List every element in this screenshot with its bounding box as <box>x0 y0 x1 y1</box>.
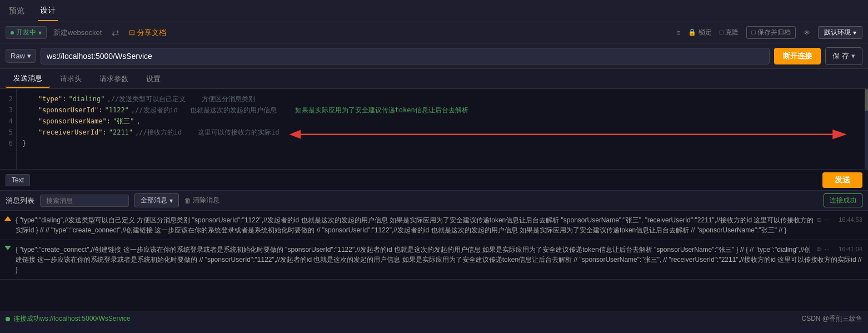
scrollbar-thumb[interactable] <box>865 89 868 111</box>
sub-tabs: 发送消息 请求头 请求参数 设置 <box>0 69 868 89</box>
tab-settings[interactable]: 设置 <box>138 71 168 87</box>
clone-btn[interactable]: □ 克隆 <box>720 28 739 37</box>
chevron-down-icon: ▾ <box>853 29 856 37</box>
lock-btn[interactable]: 🔒 锁定 <box>688 28 711 37</box>
env-dot <box>11 31 14 34</box>
eye-btn[interactable]: 👁 <box>804 29 810 37</box>
status-dot <box>6 317 10 321</box>
chevron-down-icon: ▾ <box>169 197 173 205</box>
code-line-4: "sponsorUserName":"张三", <box>22 116 862 127</box>
message-actions: ⧉ ··· <box>817 215 830 225</box>
message-actions: ⧉ ··· <box>817 245 830 254</box>
url-bar: Raw ▾ 断开连接 保 存 ▾ <box>0 43 868 69</box>
default-env-btn[interactable]: 默认环境 ▾ <box>818 26 862 39</box>
share-icon: ⊡ <box>129 28 135 37</box>
chevron-down-icon: ▾ <box>27 52 31 60</box>
messages-area: 16:44:53 ⧉ ··· { "type":"dialing",//发送类型… <box>0 211 868 311</box>
copy-icon[interactable]: ⧉ <box>817 215 821 225</box>
chevron-down-icon: ▾ <box>851 52 855 60</box>
copy-icon[interactable]: ⧉ <box>817 245 821 254</box>
method-select[interactable]: Raw ▾ <box>6 49 36 63</box>
scrollbar-track[interactable] <box>865 89 868 169</box>
tab-preview[interactable]: 预览 <box>7 2 27 21</box>
message-item: 16:44:53 ⧉ ··· { "type":"dialing",//发送类型… <box>0 211 868 240</box>
code-editor[interactable]: "type":"dialing",//发送类型可以自己定义 方便区分消息类别 "… <box>17 89 868 169</box>
message-timestamp: 16:41:04 <box>839 245 862 254</box>
top-nav: 预览 设计 <box>0 0 868 22</box>
message-item: 16:41:04 ⧉ ··· { "type":"create_connect"… <box>0 240 868 280</box>
message-text: { "type":"dialing",//发送类型可以自己定义 方便区分消息类别… <box>16 216 814 234</box>
message-text: { "type":"create_connect",//创建链接 这一步应该在你… <box>16 246 862 274</box>
tab-send-message[interactable]: 发送消息 <box>6 70 50 88</box>
request-name[interactable]: 新建websocket <box>50 27 105 39</box>
url-input[interactable] <box>41 48 770 64</box>
code-line-5: "receiverUserId":"2211",//接收方的id 这里可以传接收… <box>22 127 862 138</box>
toolbar-left: 开发中 ▾ 新建websocket ⇄ ⊡ 分享文档 <box>6 26 672 39</box>
text-badge[interactable]: Text <box>6 174 30 186</box>
clear-label: 清除消息 <box>193 196 220 205</box>
line-numbers: 2 3 4 5 6 <box>0 89 17 169</box>
more-icon[interactable]: ··· <box>825 245 830 254</box>
status-bar: 连接成功ws://localhost:5000/WsService CSDN @… <box>0 311 868 326</box>
message-list-label: 消息列表 <box>6 196 34 206</box>
message-direction-up-icon <box>4 216 11 221</box>
message-timestamp: 16:44:53 <box>839 215 862 225</box>
send-row: Text 发送 <box>0 170 868 191</box>
tab-design[interactable]: 设计 <box>38 1 58 21</box>
code-line-6: } <box>22 138 862 149</box>
code-line-3: "sponsorUserId":"1122",//发起者的id 也就是这次的发起… <box>22 105 862 116</box>
tab-request-params[interactable]: 请求参数 <box>92 71 136 87</box>
message-direction-down-icon <box>4 246 11 250</box>
save-button[interactable]: 保 存 ▾ <box>825 47 862 65</box>
connect-success-button[interactable]: 连接成功 <box>824 193 862 207</box>
clear-messages-button[interactable]: 🗑 清除消息 <box>184 196 220 205</box>
toolbar: 开发中 ▾ 新建websocket ⇄ ⊡ 分享文档 ≡ 🔒 锁定 □ 克隆 □… <box>0 22 868 43</box>
default-env-label: 默认环境 <box>824 28 851 37</box>
message-list-header: 消息列表 全部消息 ▾ 🗑 清除消息 连接成功 <box>0 191 868 211</box>
status-text: 连接成功ws://localhost:5000/WsService <box>13 314 131 324</box>
disconnect-button[interactable]: 断开连接 <box>774 48 821 64</box>
toolbar-right: ≡ 🔒 锁定 □ 克隆 □ 保存并归档 👁 默认环境 ▾ <box>676 26 862 39</box>
env-badge[interactable]: 开发中 ▾ <box>6 26 47 39</box>
trash-icon: 🗑 <box>184 197 191 205</box>
edit-icon[interactable]: ⇄ <box>108 26 122 39</box>
tab-request-headers[interactable]: 请求头 <box>52 71 89 87</box>
share-btn[interactable]: ⊡ 分享文档 <box>126 27 169 39</box>
all-messages-button[interactable]: 全部消息 ▾ <box>134 193 179 207</box>
share-label: 分享文档 <box>137 28 166 37</box>
menu-btn[interactable]: ≡ <box>676 29 680 37</box>
send-button[interactable]: 发送 <box>822 172 862 188</box>
editor-area: 2 3 4 5 6 "type":"dialing",//发送类型可以自己定义 … <box>0 89 868 170</box>
brand-label: CSDN @香煎三纹鱼 <box>801 314 862 324</box>
method-label: Raw <box>11 52 25 60</box>
chevron-down-icon: ▾ <box>38 29 42 37</box>
status-left: 连接成功ws://localhost:5000/WsService <box>6 314 131 324</box>
more-icon[interactable]: ··· <box>825 215 830 225</box>
code-line-2: "type":"dialing",//发送类型可以自己定义 方便区分消息类别 <box>22 93 862 105</box>
archive-btn[interactable]: □ 保存并归档 <box>746 26 796 39</box>
save-label: 保 存 <box>832 51 849 61</box>
env-label: 开发中 <box>16 28 36 37</box>
all-msg-label: 全部消息 <box>141 196 167 205</box>
search-input[interactable] <box>40 195 129 207</box>
